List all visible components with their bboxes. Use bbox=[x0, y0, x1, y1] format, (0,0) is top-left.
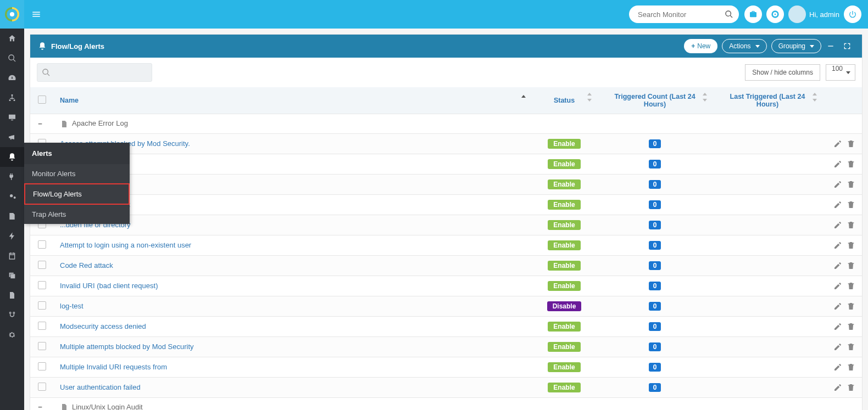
status-badge[interactable]: Enable bbox=[548, 383, 580, 392]
row-checkbox[interactable] bbox=[38, 261, 46, 269]
nav-announcements[interactable] bbox=[0, 127, 24, 147]
row-checkbox[interactable] bbox=[38, 383, 46, 391]
col-last-triggered[interactable]: Last Triggered (Last 24 Hours) bbox=[713, 87, 822, 114]
row-checkbox[interactable] bbox=[38, 342, 46, 350]
nav-docs[interactable] bbox=[0, 285, 24, 305]
status-badge[interactable]: Enable bbox=[548, 322, 580, 332]
logout-button[interactable] bbox=[844, 5, 861, 23]
topbar-briefcase-button[interactable] bbox=[744, 5, 762, 23]
edit-button[interactable] bbox=[833, 159, 842, 167]
nav-clone[interactable] bbox=[0, 266, 24, 285]
search-input[interactable] bbox=[629, 5, 739, 23]
delete-button[interactable] bbox=[847, 362, 855, 370]
edit-button[interactable] bbox=[833, 362, 842, 370]
gauge-icon bbox=[8, 74, 16, 82]
delete-button[interactable] bbox=[847, 200, 855, 208]
edit-button[interactable] bbox=[833, 220, 842, 228]
nav-dashboard[interactable] bbox=[0, 68, 24, 88]
select-all-checkbox[interactable] bbox=[38, 96, 46, 104]
edit-button[interactable] bbox=[833, 281, 842, 289]
submenu-item-flow-log-alerts[interactable]: Flow/Log Alerts bbox=[24, 183, 130, 205]
group-row[interactable]: −Apache Error Log bbox=[30, 114, 862, 134]
edit-button[interactable] bbox=[833, 200, 842, 208]
delete-button[interactable] bbox=[847, 342, 855, 350]
delete-button[interactable] bbox=[847, 220, 855, 228]
edit-button[interactable] bbox=[833, 179, 842, 188]
avatar[interactable] bbox=[788, 5, 806, 23]
status-badge[interactable]: Enable bbox=[548, 200, 580, 210]
chevron-down-icon bbox=[810, 45, 814, 48]
status-badge[interactable]: Enable bbox=[548, 240, 580, 250]
status-badge[interactable]: Enable bbox=[548, 179, 580, 189]
gears-icon bbox=[8, 192, 16, 201]
col-status[interactable]: Status bbox=[531, 87, 597, 114]
filter-input[interactable] bbox=[37, 63, 152, 82]
alert-name[interactable]: Code Red attack bbox=[60, 261, 113, 269]
edit-button[interactable] bbox=[833, 301, 842, 310]
status-badge[interactable]: Enable bbox=[548, 139, 580, 149]
page-size-select[interactable]: 100 bbox=[826, 64, 855, 81]
col-triggered[interactable]: Triggered Count (Last 24 Hours) bbox=[597, 87, 713, 114]
nav-settings[interactable] bbox=[0, 187, 24, 206]
status-badge[interactable]: Enable bbox=[548, 159, 580, 169]
row-checkbox[interactable] bbox=[38, 281, 46, 289]
row-checkbox[interactable] bbox=[38, 322, 46, 330]
delete-button[interactable] bbox=[847, 240, 855, 249]
nav-integrations[interactable] bbox=[0, 167, 24, 187]
edit-button[interactable] bbox=[833, 261, 842, 269]
alert-name[interactable]: Attempt to login using a non-existent us… bbox=[60, 241, 191, 249]
status-badge[interactable]: Enable bbox=[548, 261, 580, 271]
nav-monitors[interactable] bbox=[0, 108, 24, 127]
nav-flows[interactable] bbox=[0, 226, 24, 246]
nav-branches[interactable] bbox=[0, 305, 24, 325]
nav-home[interactable] bbox=[0, 29, 24, 48]
submenu-item-monitor-alerts[interactable]: Monitor Alerts bbox=[24, 164, 130, 183]
status-badge[interactable]: Enable bbox=[548, 362, 580, 372]
topbar-help-button[interactable] bbox=[766, 5, 784, 23]
nav-admin[interactable] bbox=[0, 325, 24, 345]
edit-button[interactable] bbox=[833, 383, 842, 391]
delete-button[interactable] bbox=[847, 261, 855, 269]
alert-name[interactable]: log-test bbox=[60, 302, 84, 310]
delete-button[interactable] bbox=[847, 159, 855, 167]
menu-toggle[interactable] bbox=[24, 0, 48, 29]
status-badge[interactable]: Enable bbox=[548, 220, 580, 230]
alert-name[interactable]: User authentication failed bbox=[60, 383, 141, 391]
actions-button[interactable]: Actions bbox=[722, 39, 766, 53]
status-badge[interactable]: Enable bbox=[548, 342, 580, 352]
delete-button[interactable] bbox=[847, 322, 855, 330]
delete-button[interactable] bbox=[847, 179, 855, 188]
nav-schedule[interactable] bbox=[0, 246, 24, 266]
delete-button[interactable] bbox=[847, 301, 855, 310]
col-name[interactable]: Name bbox=[53, 87, 531, 114]
collapse-panel-button[interactable] bbox=[824, 39, 838, 53]
row-checkbox[interactable] bbox=[38, 301, 46, 310]
status-badge[interactable]: Disable bbox=[547, 301, 582, 311]
triggered-count: 0 bbox=[649, 383, 661, 392]
nav-alerts[interactable] bbox=[0, 147, 24, 167]
row-checkbox[interactable] bbox=[38, 362, 46, 370]
grouping-button[interactable]: Grouping bbox=[771, 39, 821, 53]
nav-search[interactable] bbox=[0, 48, 24, 68]
delete-button[interactable] bbox=[847, 281, 855, 289]
edit-button[interactable] bbox=[833, 322, 842, 330]
delete-button[interactable] bbox=[847, 139, 855, 147]
edit-button[interactable] bbox=[833, 139, 842, 147]
alert-name[interactable]: Modsecurity access denied bbox=[60, 322, 146, 330]
alert-name[interactable]: Multiple Invalid URI requests from bbox=[60, 363, 167, 371]
row-checkbox[interactable] bbox=[38, 240, 46, 249]
alert-name[interactable]: Invalid URI (bad client request) bbox=[60, 282, 158, 290]
submenu-item-trap-alerts[interactable]: Trap Alerts bbox=[24, 205, 130, 224]
show-hide-columns-button[interactable]: Show / hide columns bbox=[745, 64, 820, 81]
group-row[interactable]: −Linux/Unix Login Audit bbox=[30, 397, 862, 410]
alert-name[interactable]: Multiple attempts blocked by Mod Securit… bbox=[60, 342, 194, 351]
edit-button[interactable] bbox=[833, 240, 842, 249]
delete-button[interactable] bbox=[847, 383, 855, 391]
expand-panel-button[interactable] bbox=[840, 39, 854, 53]
new-button[interactable]: + New bbox=[684, 39, 717, 53]
status-badge[interactable]: Enable bbox=[548, 281, 580, 291]
edit-button[interactable] bbox=[833, 342, 842, 350]
nav-topology[interactable] bbox=[0, 88, 24, 108]
search-icon[interactable] bbox=[725, 9, 733, 19]
nav-reports[interactable] bbox=[0, 206, 24, 226]
